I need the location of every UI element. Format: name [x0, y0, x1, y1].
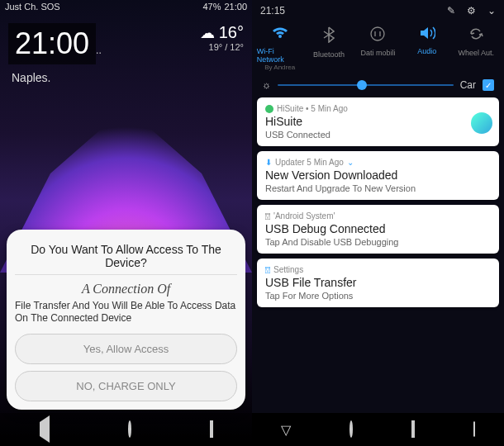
- notification-meta: HiSuite • 5 Min Ago: [277, 104, 348, 113]
- qs-mobile-data[interactable]: Dati mobili: [354, 26, 401, 71]
- home-button[interactable]: [349, 422, 353, 437]
- weather-icon: ☁: [200, 25, 215, 41]
- qs-sublabel: By Andrea: [264, 64, 295, 71]
- svg-point-0: [371, 27, 384, 40]
- keyboard-icon[interactable]: [473, 422, 475, 437]
- recents-button[interactable]: [210, 422, 213, 437]
- qs-label: Wi-Fi Network: [257, 47, 303, 64]
- status-bar: Just Ch. SOS 47% 21:00: [0, 0, 252, 13]
- qs-label: Bluetooth: [313, 50, 345, 59]
- qs-wifi[interactable]: Wi-Fi Network By Andrea: [257, 26, 303, 71]
- weather-temp: 16°: [219, 23, 244, 41]
- usb-access-dialog: Do You Want To Allow Access To The Devic…: [7, 230, 245, 410]
- charge-only-button[interactable]: NO, CHARGE ONLY: [15, 371, 237, 401]
- bluetooth-icon: [323, 26, 335, 47]
- usb-icon: ⍔: [265, 211, 270, 221]
- qs-label: Audio: [417, 47, 436, 55]
- clock-city: Naples.: [12, 71, 102, 84]
- status-time: 21:15: [260, 5, 285, 17]
- back-button[interactable]: [40, 422, 50, 437]
- audio-icon: [419, 26, 435, 44]
- carrier-label: Just Ch. SOS: [5, 2, 60, 12]
- quick-settings-row: Wi-Fi Network By Andrea Bluetooth Dati m…: [252, 25, 504, 73]
- download-icon: ⬇: [265, 158, 272, 167]
- notification-body: Restart And Upgrade To New Version: [265, 183, 491, 193]
- notification-title: USB File Transfer: [265, 276, 491, 289]
- battery-percent: 47%: [202, 2, 221, 12]
- notification-body: Tap For More Options: [265, 291, 491, 301]
- notification-title: New Version Downloaded: [265, 168, 491, 182]
- notification-body: Tap And Disable USB Debugging: [265, 237, 491, 247]
- notification-list: HiSuite • 5 Min Ago HiSuite USB Connecte…: [252, 97, 504, 307]
- qs-audio[interactable]: Audio: [404, 26, 450, 71]
- nav-bar: [0, 413, 252, 446]
- gear-icon[interactable]: ⚙: [467, 5, 476, 17]
- notification-badge-icon: [471, 112, 492, 134]
- status-bar: 21:15 ✎ ⚙ ⌄: [252, 0, 504, 21]
- qs-bluetooth[interactable]: Bluetooth: [306, 26, 352, 71]
- edit-icon[interactable]: ✎: [447, 5, 455, 17]
- brightness-row: ☼ Car ✓: [252, 73, 504, 97]
- home-button[interactable]: [128, 422, 131, 437]
- notification-title: HiSuite: [265, 115, 491, 128]
- notification-settings[interactable]: ⍔Settings USB File Transfer Tap For More…: [257, 259, 499, 307]
- qs-label: Wheel Aut.: [458, 49, 494, 57]
- clock-weather-widget: 21:00 .. Naples. ☁ 16° 19° / 12°: [0, 13, 252, 94]
- dialog-title: Do You Want To Allow Access To The Devic…: [15, 238, 237, 275]
- nav-bar: ▽: [252, 413, 504, 446]
- chevron-down-icon[interactable]: ⌄: [487, 5, 496, 17]
- dialog-subtitle: A Connection Of: [15, 282, 237, 297]
- auto-brightness-checkbox[interactable]: ✓: [483, 79, 494, 91]
- usb-icon: ⍔: [265, 265, 270, 274]
- clock-suffix: ..: [96, 45, 102, 56]
- mobile-data-icon: [370, 26, 385, 45]
- dialog-body: File Transfer And You Will Be Able To Ac…: [15, 300, 237, 325]
- weather-high-low: 19° / 12°: [200, 42, 244, 52]
- wifi-icon: [272, 26, 288, 44]
- notification-updater[interactable]: ⬇Updater 5 Min Ago ⌄ New Version Downloa…: [257, 151, 499, 200]
- notification-body: USB Connected: [265, 130, 491, 140]
- rotate-icon: [468, 26, 483, 45]
- notification-title: USB Debug Connected: [265, 222, 491, 235]
- right-phone: 21:15 ✎ ⚙ ⌄ Wi-Fi Network By Andrea Blue…: [252, 0, 504, 446]
- chevron-down-icon[interactable]: ⌄: [347, 158, 354, 167]
- auto-brightness-label: Car: [460, 79, 476, 91]
- allow-access-button[interactable]: Yes, Allow Access: [15, 334, 237, 364]
- notification-meta: Updater 5 Min Ago: [275, 158, 344, 167]
- clock-time: 21:00: [8, 23, 96, 64]
- notification-hisuite[interactable]: HiSuite • 5 Min Ago HiSuite USB Connecte…: [257, 97, 499, 146]
- app-icon: [265, 105, 273, 113]
- weather-block: ☁ 16° 19° / 12°: [200, 23, 244, 52]
- brightness-icon: ☼: [262, 79, 271, 91]
- qs-auto-rotate[interactable]: Wheel Aut.: [453, 26, 499, 71]
- notification-meta: Settings: [273, 265, 303, 274]
- recents-button[interactable]: [411, 422, 415, 437]
- status-time: 21:00: [224, 2, 247, 12]
- back-button[interactable]: ▽: [281, 422, 291, 438]
- qs-label: Dati mobili: [360, 49, 395, 57]
- notification-android-system[interactable]: ⍔'Android System' USB Debug Connected Ta…: [257, 205, 499, 254]
- left-phone: Just Ch. SOS 47% 21:00 21:00 .. Naples. …: [0, 0, 252, 446]
- brightness-slider[interactable]: [278, 84, 454, 86]
- notification-meta: 'Android System': [273, 211, 335, 221]
